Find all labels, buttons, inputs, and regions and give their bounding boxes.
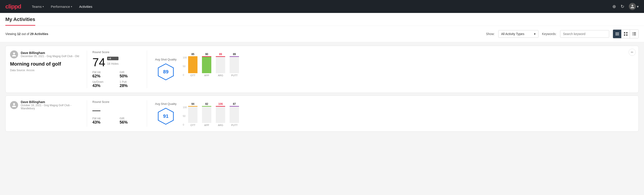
grid-view-button[interactable] [622,30,630,38]
user-name: Dave Billingham [21,51,79,55]
stat-updown: Up/Down 43% [92,80,114,88]
user-info: Dave Billingham December 05, 2021 - Gog … [21,51,79,58]
nav-performance[interactable]: Performance ▾ [51,5,72,8]
divider [87,50,87,88]
page-title: My Activities [5,16,35,26]
activity-title: Morning round of golf [10,61,82,67]
nav-teams[interactable]: Teams ▾ [32,5,44,8]
svg-rect-5 [624,34,625,36]
bar-chart-section: 100 50 0 85 OTT [179,50,634,88]
data-source: Data Source: Arccos [10,69,82,72]
quality-label: Avg Shot Quality [155,102,177,106]
round-stats: Round Score 74 +4 18 Holes FW Hit 62% GI… [92,50,142,88]
score-badge: +4 [107,57,118,60]
activity-date: October 16, 2021 - Gog Magog Golf Club -… [21,104,82,110]
stat-gir: GIR 56% [120,117,142,125]
show-label: Show: [486,32,495,36]
svg-rect-7 [632,32,633,33]
avatar [10,101,18,109]
divider [147,50,147,88]
user-menu[interactable]: ▾ [629,3,639,10]
bar-app: 82 APP [202,102,211,126]
round-stats: Round Score — FW Hit 43% GIR 56% [92,100,142,127]
top-navigation: clippd Teams ▾ Performance ▾ Activities … [0,0,644,13]
svg-rect-11 [632,35,633,36]
round-score-label: Round Score [92,50,142,54]
bar-ott: 85 OTT [188,53,198,77]
page-header: My Activities [0,13,644,26]
stat-fw-hit: FW Hit 43% [92,117,114,125]
nav-activities[interactable]: Activities [79,5,92,8]
bars-container: 94 OTT 82 APP 106 [188,102,634,126]
nav-right-actions: ⊕ ↻ ▾ [612,3,639,10]
quality-score: 89 [163,69,168,75]
divider [147,100,147,127]
bar-putt: 89 PUTT [230,53,239,77]
divider [87,100,87,127]
card-info: Dave Billingham December 05, 2021 - Gog … [10,50,82,88]
avatar [629,3,636,10]
add-icon[interactable]: ⊕ [612,4,616,9]
y-label-50: 50 [183,65,187,68]
y-label-100: 100 [183,56,187,59]
bar-chart: 100 50 0 85 OTT [183,53,634,77]
chevron-down-icon: ▾ [42,5,44,8]
big-score: — [92,106,100,114]
viewing-count-text: Viewing 12 out of 29 Activities [5,32,48,36]
activity-type-dropdown[interactable]: All Activity Types ▾ [498,30,538,38]
stat-grid: FW Hit 43% GIR 56% [92,117,142,125]
x-label-putt: PUTT [231,74,238,77]
keywords-label: Keywords: [542,32,556,36]
bar-chart-section: 100 50 0 94 OTT 82 [179,100,634,127]
y-label-0: 0 [183,74,187,76]
chevron-down-icon: ▾ [534,32,536,36]
user-info: Dave Billingham October 16, 2021 - Gog M… [21,100,82,110]
big-score: 74 [92,56,105,68]
activity-date: December 05, 2021 - Gog Magog Golf Club … [21,55,79,58]
filter-bar: Viewing 12 out of 29 Activities Show: Al… [0,26,644,42]
svg-rect-1 [616,34,619,34]
bar-arg: 89 ARG [216,53,225,77]
hexagon-display: 89 [157,63,175,81]
quality-score: 91 [163,113,168,119]
view-toggle [613,30,639,38]
app-logo: clippd [5,3,21,10]
stat-fw-hit: FW Hit 62% [92,71,114,78]
chevron-down-icon: ▾ [71,5,72,8]
user-row: Dave Billingham December 05, 2021 - Gog … [10,50,82,58]
svg-rect-12 [634,35,636,36]
bars-container: 85 OTT 90 APP [188,53,634,77]
quality-label: Avg Shot Quality [155,58,177,61]
score-row: — [92,106,142,114]
bar-putt: 87 PUTT [230,102,239,126]
x-label-app: APP [204,74,209,77]
x-label-arg: ARG [218,74,223,77]
svg-rect-2 [616,35,619,35]
avg-shot-quality: Avg Shot Quality 89 [152,50,179,88]
activities-list: ✏ Dave Billingham December 05, 2021 - Go… [0,42,644,135]
search-input[interactable] [560,30,609,38]
holes-text: 18 Holes [107,62,118,65]
bar-chart: 100 50 0 94 OTT 82 [183,102,634,127]
user-name: Dave Billingham [21,100,82,104]
bar-ott: 94 OTT [188,102,198,126]
avatar [10,50,18,58]
stat-gir: GIR 50% [120,71,142,78]
round-score-label: Round Score [92,100,142,104]
score-row: 74 +4 18 Holes [92,56,142,68]
activity-card: ✏ Dave Billingham December 05, 2021 - Go… [5,46,639,93]
x-label-ott: OTT [190,74,195,77]
stat-1putt: 1 Putt 28% [120,80,142,88]
card-info: Dave Billingham October 16, 2021 - Gog M… [10,100,82,127]
svg-rect-10 [634,34,636,34]
activity-card: Dave Billingham October 16, 2021 - Gog M… [5,96,639,132]
avg-shot-quality: Avg Shot Quality 91 [152,100,179,127]
svg-rect-0 [616,32,619,33]
chevron-down-icon: ▾ [637,4,639,9]
stat-grid: FW Hit 62% GIR 50% Up/Down 43% 1 Putt 28… [92,71,142,88]
svg-rect-8 [634,32,636,33]
hexagon-display: 91 [157,107,175,125]
refresh-icon[interactable]: ↻ [620,4,624,9]
list-compact-view-button[interactable] [613,30,622,38]
list-full-view-button[interactable] [630,30,638,38]
